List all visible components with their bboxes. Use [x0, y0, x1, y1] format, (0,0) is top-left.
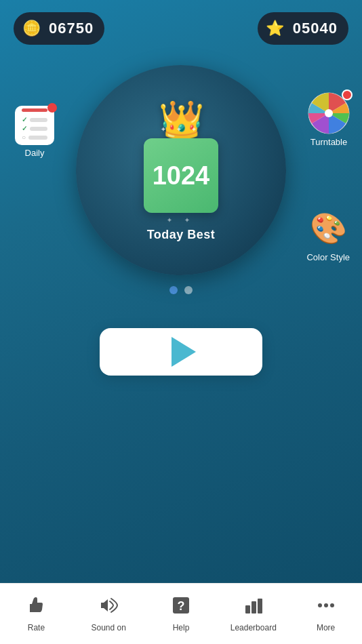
help-icon: ?: [172, 596, 190, 620]
daily-header-bar: [22, 108, 47, 112]
color-style-label: Color Style: [306, 252, 350, 262]
dot-1[interactable]: [169, 286, 178, 294]
more-icon: [317, 596, 336, 620]
color-style-button[interactable]: 🎨 Color Style: [306, 207, 350, 262]
sound-icon: [98, 596, 119, 620]
rate-label: Rate: [28, 623, 45, 632]
score-display-circle: 👑 1024 Today Best: [76, 65, 286, 275]
play-button[interactable]: [100, 328, 262, 376]
turntable-icon-img: [308, 92, 350, 134]
leaderboard-icon: [244, 596, 263, 620]
daily-notification-dot: [47, 103, 57, 113]
daily-label: Daily: [25, 148, 45, 158]
star-score-value: 05040: [293, 20, 338, 37]
daily-icon-img: ✓ ✓ ○: [15, 106, 54, 145]
svg-text:?: ?: [177, 599, 184, 613]
tile-value: 1024: [144, 138, 218, 213]
daily-checklist: ✓ ✓ ○: [22, 115, 47, 142]
coin-score-value: 06750: [49, 20, 94, 37]
svg-point-9: [324, 603, 328, 607]
star-icon: ⭐: [263, 16, 287, 41]
nav-item-rate[interactable]: Rate: [0, 596, 73, 632]
play-triangle-icon: [172, 337, 196, 367]
svg-point-1: [325, 109, 333, 117]
bottom-nav: Rate Sound on ? Help: [0, 583, 362, 644]
sound-on-label: Sound on: [92, 623, 126, 632]
help-label: Help: [173, 623, 190, 632]
svg-rect-7: [258, 599, 262, 613]
color-style-icon-img: 🎨: [307, 207, 349, 249]
rate-icon: [26, 596, 45, 620]
coin-icon: 🪙: [19, 16, 43, 41]
star-score-pill: ⭐ 05040: [258, 12, 348, 45]
nav-item-leaderboard[interactable]: Leaderboard: [217, 596, 289, 632]
leaderboard-label: Leaderboard: [230, 623, 277, 632]
svg-point-8: [318, 603, 322, 607]
svg-rect-6: [252, 601, 256, 613]
today-best-label: Today Best: [147, 228, 216, 242]
turntable-notification-dot: [342, 89, 353, 100]
more-label: More: [317, 623, 335, 632]
carousel-dots: [0, 286, 362, 294]
dot-2[interactable]: [184, 286, 193, 294]
nav-item-more[interactable]: More: [289, 596, 362, 632]
svg-rect-5: [245, 605, 250, 613]
nav-item-sound[interactable]: Sound on: [73, 596, 145, 632]
nav-item-help[interactable]: ? Help: [145, 596, 218, 632]
coin-score-pill: 🪙 06750: [14, 12, 104, 45]
crown-emoji: 👑: [159, 98, 204, 141]
daily-button[interactable]: ✓ ✓ ○ Daily: [15, 106, 54, 158]
turntable-button[interactable]: Turntable: [308, 92, 350, 147]
top-bar: 🪙 06750 ⭐ 05040: [0, 0, 362, 45]
play-section: [0, 328, 362, 376]
svg-point-10: [330, 603, 334, 607]
turntable-label: Turntable: [310, 137, 347, 147]
tile-number: 1024: [153, 161, 210, 190]
circle-area: ✓ ✓ ○ Daily 👑 1024 Today Best: [0, 65, 362, 275]
